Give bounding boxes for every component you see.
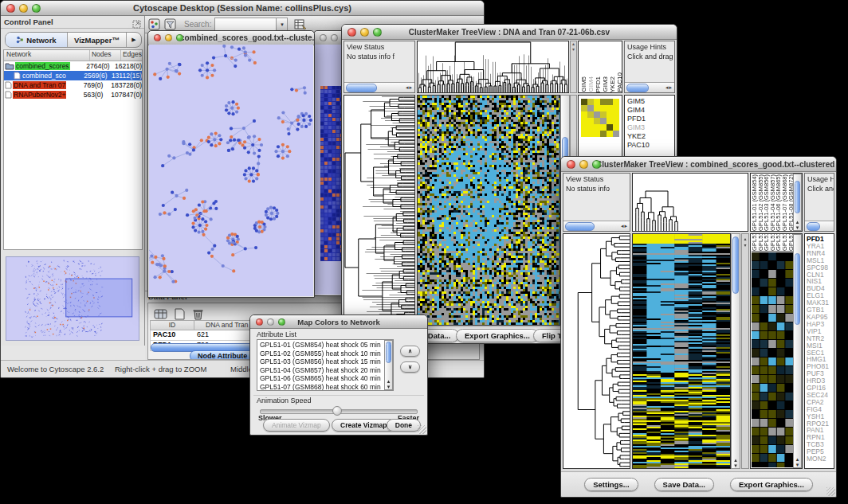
attribute-list-vscrollbar[interactable]: ▴▾: [384, 340, 393, 390]
scrollbar-thumb[interactable]: [795, 181, 800, 213]
tv2-row-dendrogram[interactable]: [563, 233, 630, 469]
column-label[interactable]: PFD1: [595, 76, 602, 92]
tv2-arrow-strip[interactable]: ▴▾: [741, 233, 749, 469]
scrollbar-thumb[interactable]: [732, 236, 739, 295]
tv1-heatmap-canvas[interactable]: [418, 96, 559, 325]
minimize-button[interactable]: [19, 4, 28, 13]
attribute-list-item[interactable]: GPL51-04 (GSM857) heat shock 20 min: [259, 366, 383, 375]
network-row[interactable]: DNA and Tran 07 769(0) 183728(0): [4, 80, 142, 90]
gene-label[interactable]: YKE2: [627, 132, 674, 141]
network-row[interactable]: RNAPuberNov2+ 563(0) 107847(0): [4, 90, 142, 100]
attribute-list-item[interactable]: GPL51-01 (GSM854) heat shock 05 min: [259, 341, 383, 350]
attribute-list-item[interactable]: GPL51-03 (GSM856) heat shock 15 min: [259, 357, 383, 366]
tv1-export-graphics-button[interactable]: Export Graphics...: [456, 329, 539, 342]
tv2-zoom-vscrollbar[interactable]: ▴▾: [793, 234, 802, 468]
tv1-column-dendrogram[interactable]: [417, 41, 569, 93]
move-up-button[interactable]: ∧: [400, 346, 420, 357]
main-window-titlebar[interactable]: Cytoscape Desktop (Session Name: collins…: [1, 1, 484, 16]
move-down-button[interactable]: ∨: [400, 361, 420, 373]
delete-attribute-icon[interactable]: [190, 306, 206, 322]
attribute-list-item[interactable]: GPL51-02 (GSM855) heat shock 10 min: [259, 350, 383, 358]
scrollbar-arrows[interactable]: ▴▾: [794, 456, 801, 467]
close-button[interactable]: [347, 28, 356, 37]
close-button[interactable]: [320, 34, 327, 41]
scrollbar-thumb[interactable]: [807, 222, 820, 231]
network-overview-panel[interactable]: [6, 256, 139, 341]
scrollbar-arrows[interactable]: ◂▸: [621, 223, 630, 229]
tv1-zoom-heatmap-canvas[interactable]: [581, 99, 619, 137]
tv1-column-dendrogram-canvas[interactable]: [418, 41, 568, 92]
map-dialog-titlebar[interactable]: Map Colors to Network: [250, 315, 427, 329]
treeview1-titlebar[interactable]: ClusterMaker TreeView : DNA and Tran 07-…: [342, 25, 677, 40]
minimize-button[interactable]: [360, 28, 369, 37]
scrollbar-thumb[interactable]: [626, 84, 649, 92]
tv1-usage-hscrollbar[interactable]: ◂▸: [625, 82, 674, 92]
zoom-button[interactable]: [278, 318, 285, 326]
minimize-button[interactable]: [267, 318, 274, 326]
attribute-list-item[interactable]: GPL51-07 (GSM868) heat shock 60 min: [259, 383, 383, 392]
tab-vizmapper[interactable]: VizMapper™: [68, 33, 127, 47]
tv2-heatmap-canvas[interactable]: [633, 234, 730, 468]
edges-col-header[interactable]: Edges: [121, 50, 142, 61]
tab-network[interactable]: Network: [6, 33, 68, 47]
resize-grip[interactable]: [418, 425, 426, 434]
tv2-labels-vscrollbar[interactable]: ▴▾: [793, 174, 802, 231]
tv1-row-dendrogram-canvas[interactable]: [344, 96, 414, 325]
column-label[interactable]: GIM4: [587, 76, 595, 92]
zoom-button[interactable]: [176, 34, 183, 41]
minimize-button[interactable]: [165, 34, 172, 41]
network-overview-canvas[interactable]: [6, 257, 139, 340]
gene-label[interactable]: GIM3: [627, 123, 674, 132]
network-view-canvas[interactable]: [149, 45, 313, 296]
scrollbar-arrows[interactable]: ▴▾: [385, 378, 392, 389]
zoom-button[interactable]: [32, 4, 41, 13]
tv2-zoom-heatmap-canvas[interactable]: [752, 252, 794, 467]
tv2-column-dendrogram[interactable]: [632, 173, 748, 232]
search-input[interactable]: [214, 18, 276, 31]
network-row[interactable]: combined_scores 2764(0) 16218(0): [4, 61, 142, 71]
gene-label[interactable]: MON2: [807, 455, 834, 463]
tv2-column-dendrogram-canvas[interactable]: [633, 174, 748, 231]
column-label[interactable]: PAC10: [616, 72, 622, 92]
network-row-selected[interactable]: combined_sco 2569(6) 13112(15): [4, 71, 142, 80]
nodes-col-header[interactable]: Nodes: [90, 50, 121, 61]
id-column-header[interactable]: ID: [151, 321, 194, 330]
tv1-row-dendrogram[interactable]: [344, 95, 415, 326]
gene-label[interactable]: PFD1: [627, 115, 674, 123]
tv2-status-hscrollbar[interactable]: ◂▸: [563, 221, 630, 231]
search-dropdown-button[interactable]: ▾: [276, 18, 288, 31]
scrollbar-arrows[interactable]: ▴▾: [732, 457, 740, 468]
gene-label[interactable]: PAC10: [627, 141, 674, 150]
close-button[interactable]: [256, 318, 263, 326]
animation-speed-slider[interactable]: [260, 409, 418, 414]
column-label[interactable]: YKE2: [609, 76, 616, 92]
close-button[interactable]: [567, 160, 575, 169]
zoom-button[interactable]: [373, 28, 382, 37]
scrollbar-thumb[interactable]: [346, 84, 377, 92]
tv2-row-dendrogram-canvas[interactable]: [563, 234, 630, 468]
column-label[interactable]: GIM5: [580, 76, 587, 92]
scrollbar-thumb[interactable]: [386, 342, 391, 362]
resize-grip[interactable]: [826, 487, 835, 496]
animate-vizmap-button[interactable]: Animate Vizmap: [263, 419, 330, 432]
table-icon[interactable]: [152, 306, 168, 322]
tv2-usage-hscrollbar[interactable]: [805, 221, 834, 231]
scrollbar-thumb[interactable]: [565, 222, 595, 231]
gene-label[interactable]: GIM5: [627, 97, 674, 106]
new-attribute-icon[interactable]: [171, 306, 187, 322]
column-label[interactable]: GIM3: [602, 76, 609, 92]
tab-overflow-button[interactable]: ▶: [127, 33, 141, 47]
tv2-save-data-button[interactable]: Save Data...: [654, 478, 714, 491]
zoom-button[interactable]: [592, 160, 601, 169]
minimize-button[interactable]: [331, 34, 338, 41]
scrollbar-arrows[interactable]: ▴▾: [794, 219, 801, 230]
network-col-header[interactable]: Network: [4, 50, 90, 61]
tv1-status-hscrollbar[interactable]: ◂▸: [344, 82, 414, 92]
gene-label[interactable]: GIM4: [627, 106, 674, 115]
network-view-titlebar[interactable]: combined_scores_good.txt--cluste...: [148, 31, 314, 45]
treeview2-titlebar[interactable]: ClusterMaker TreeView : combined_scores_…: [561, 157, 836, 172]
tv1-heatmap[interactable]: [417, 95, 560, 326]
tv2-export-graphics-button[interactable]: Export Graphics...: [730, 478, 813, 491]
scrollbar-thumb[interactable]: [795, 253, 800, 325]
done-button[interactable]: Done: [387, 419, 421, 432]
